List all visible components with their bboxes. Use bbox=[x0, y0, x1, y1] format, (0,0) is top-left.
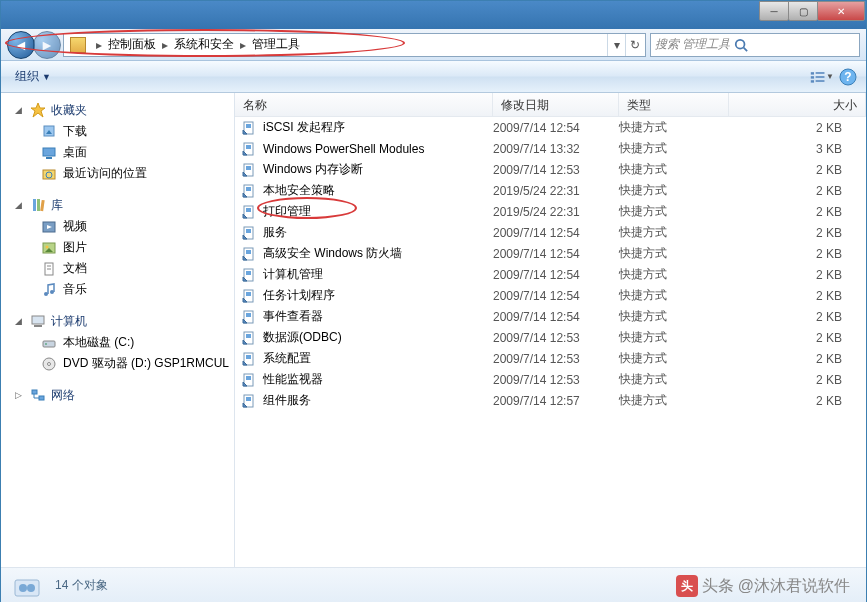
file-type: 快捷方式 bbox=[619, 371, 729, 388]
file-name: 高级安全 Windows 防火墙 bbox=[263, 245, 402, 262]
sidebar-item[interactable]: 最近访问的位置 bbox=[1, 163, 234, 184]
address-dropdown-icon[interactable]: ▾ bbox=[607, 34, 625, 56]
file-size: 2 KB bbox=[729, 394, 866, 408]
svg-rect-68 bbox=[246, 313, 251, 317]
file-type: 快捷方式 bbox=[619, 245, 729, 262]
file-size: 2 KB bbox=[729, 205, 866, 219]
forward-button[interactable]: ► bbox=[33, 31, 61, 59]
file-date: 2009/7/14 12:53 bbox=[493, 163, 619, 177]
file-row[interactable]: 本地安全策略2019/5/24 22:31快捷方式2 KB bbox=[235, 180, 866, 201]
close-button[interactable]: ✕ bbox=[817, 1, 865, 21]
file-name: 系统配置 bbox=[263, 350, 311, 367]
column-type[interactable]: 类型 bbox=[619, 93, 729, 116]
search-icon bbox=[734, 38, 748, 52]
sidebar-item-label: 本地磁盘 (C:) bbox=[63, 334, 134, 351]
shortcut-icon bbox=[241, 225, 257, 241]
sidebar-item[interactable]: 桌面 bbox=[1, 142, 234, 163]
sidebar-item[interactable]: 音乐 bbox=[1, 279, 234, 300]
sidebar-item-label: 音乐 bbox=[63, 281, 87, 298]
sidebar-group: ◢计算机本地磁盘 (C:)DVD 驱动器 (D:) GSP1RMCUL bbox=[1, 310, 234, 374]
file-row[interactable]: Windows PowerShell Modules2009/7/14 13:3… bbox=[235, 138, 866, 159]
breadcrumb-item[interactable]: 系统和安全 bbox=[174, 36, 234, 53]
sidebar-header-label: 收藏夹 bbox=[51, 102, 87, 119]
column-date[interactable]: 修改日期 bbox=[493, 93, 619, 116]
search-input[interactable]: 搜索 管理工具 bbox=[650, 33, 860, 57]
sidebar-item[interactable]: 本地磁盘 (C:) bbox=[1, 332, 234, 353]
column-size[interactable]: 大小 bbox=[729, 93, 866, 116]
maximize-button[interactable]: ▢ bbox=[788, 1, 818, 21]
shortcut-icon bbox=[241, 204, 257, 220]
svg-rect-3 bbox=[816, 72, 825, 74]
svg-rect-31 bbox=[34, 325, 42, 327]
help-button[interactable]: ? bbox=[836, 65, 860, 89]
file-row[interactable]: 计算机管理2009/7/14 12:54快捷方式2 KB bbox=[235, 264, 866, 285]
shortcut-icon bbox=[241, 372, 257, 388]
file-date: 2019/5/24 22:31 bbox=[493, 184, 619, 198]
address-bar[interactable]: ▸ 控制面板 ▸ 系统和安全 ▸ 管理工具 ▾ ↻ bbox=[63, 33, 646, 57]
svg-line-1 bbox=[744, 47, 748, 51]
svg-point-35 bbox=[48, 362, 51, 365]
shortcut-icon bbox=[241, 162, 257, 178]
svg-point-33 bbox=[45, 343, 47, 345]
file-size: 2 KB bbox=[729, 163, 866, 177]
breadcrumb-item[interactable]: 控制面板 bbox=[108, 36, 156, 53]
column-name[interactable]: 名称 bbox=[235, 93, 493, 116]
file-name: Windows 内存诊断 bbox=[263, 161, 363, 178]
file-size: 2 KB bbox=[729, 184, 866, 198]
organize-button[interactable]: 组织 ▼ bbox=[7, 65, 59, 88]
file-row[interactable]: 组件服务2009/7/14 12:57快捷方式2 KB bbox=[235, 390, 866, 411]
svg-rect-30 bbox=[32, 316, 44, 324]
refresh-button[interactable]: ↻ bbox=[625, 34, 643, 56]
file-row[interactable]: 服务2009/7/14 12:54快捷方式2 KB bbox=[235, 222, 866, 243]
sidebar-item[interactable]: 视频 bbox=[1, 216, 234, 237]
crumb-sep-icon[interactable]: ▸ bbox=[234, 38, 252, 52]
svg-rect-47 bbox=[246, 166, 251, 170]
file-row[interactable]: 性能监视器2009/7/14 12:53快捷方式2 KB bbox=[235, 369, 866, 390]
file-row[interactable]: 数据源(ODBC)2009/7/14 12:53快捷方式2 KB bbox=[235, 327, 866, 348]
view-options-button[interactable]: ▼ bbox=[810, 65, 834, 89]
file-type: 快捷方式 bbox=[619, 224, 729, 241]
titlebar[interactable]: ─ ▢ ✕ bbox=[1, 1, 866, 29]
folder-large-icon bbox=[11, 570, 43, 602]
file-name: 事件查看器 bbox=[263, 308, 323, 325]
file-row[interactable]: 系统配置2009/7/14 12:53快捷方式2 KB bbox=[235, 348, 866, 369]
breadcrumb-item[interactable]: 管理工具 bbox=[252, 36, 300, 53]
svg-rect-36 bbox=[32, 390, 37, 394]
file-row[interactable]: 事件查看器2009/7/14 12:54快捷方式2 KB bbox=[235, 306, 866, 327]
sidebar-item-label: 最近访问的位置 bbox=[63, 165, 147, 182]
svg-rect-5 bbox=[816, 76, 825, 78]
sidebar-header[interactable]: ◢库 bbox=[1, 194, 234, 216]
sidebar-item[interactable]: 文档 bbox=[1, 258, 234, 279]
file-row[interactable]: Windows 内存诊断2009/7/14 12:53快捷方式2 KB bbox=[235, 159, 866, 180]
back-button[interactable]: ◄ bbox=[7, 31, 35, 59]
sidebar-header[interactable]: ◢计算机 bbox=[1, 310, 234, 332]
file-row[interactable]: 高级安全 Windows 防火墙2009/7/14 12:54快捷方式2 KB bbox=[235, 243, 866, 264]
toolbar: 组织 ▼ ▼ ? bbox=[1, 61, 866, 93]
search-placeholder: 搜索 管理工具 bbox=[655, 36, 730, 53]
music-icon bbox=[41, 282, 57, 298]
minimize-button[interactable]: ─ bbox=[759, 1, 789, 21]
file-name: 计算机管理 bbox=[263, 266, 323, 283]
file-row[interactable]: 任务计划程序2009/7/14 12:54快捷方式2 KB bbox=[235, 285, 866, 306]
file-size: 2 KB bbox=[729, 121, 866, 135]
sidebar-item[interactable]: DVD 驱动器 (D:) GSP1RMCUL bbox=[1, 353, 234, 374]
twisty-icon: ▷ bbox=[15, 390, 25, 400]
svg-text:?: ? bbox=[844, 70, 851, 84]
shortcut-icon bbox=[241, 141, 257, 157]
shortcut-icon bbox=[241, 183, 257, 199]
sidebar-item[interactable]: 下载 bbox=[1, 121, 234, 142]
svg-rect-53 bbox=[246, 208, 251, 212]
star-icon bbox=[29, 101, 47, 119]
sidebar-header[interactable]: ◢收藏夹 bbox=[1, 99, 234, 121]
crumb-sep-icon[interactable]: ▸ bbox=[156, 38, 174, 52]
sidebar-item[interactable]: 图片 bbox=[1, 237, 234, 258]
desktop-icon bbox=[41, 145, 57, 161]
file-name: 打印管理 bbox=[263, 203, 311, 220]
svg-rect-77 bbox=[246, 376, 251, 380]
sidebar-item-label: DVD 驱动器 (D:) GSP1RMCUL bbox=[63, 355, 229, 372]
file-row[interactable]: iSCSI 发起程序2009/7/14 12:54快捷方式2 KB bbox=[235, 117, 866, 138]
file-name: 本地安全策略 bbox=[263, 182, 335, 199]
sidebar-header[interactable]: ▷网络 bbox=[1, 384, 234, 406]
file-row[interactable]: 打印管理2019/5/24 22:31快捷方式2 KB bbox=[235, 201, 866, 222]
crumb-sep-icon[interactable]: ▸ bbox=[90, 38, 108, 52]
